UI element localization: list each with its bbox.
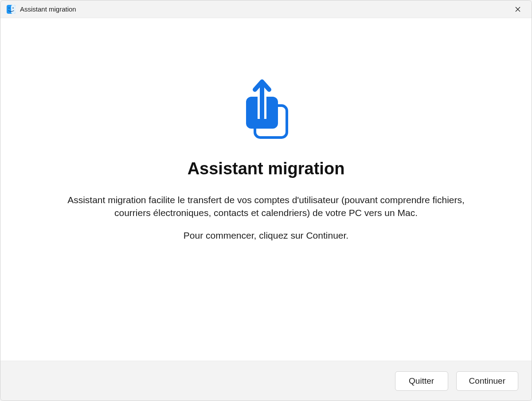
svg-point-3 bbox=[12, 7, 13, 8]
upload-migration-icon bbox=[239, 76, 293, 147]
svg-rect-1 bbox=[11, 5, 16, 14]
continue-button[interactable]: Continuer bbox=[456, 371, 518, 391]
titlebar: Assistant migration bbox=[0, 0, 532, 18]
content-area: Assistant migration Assistant migration … bbox=[0, 18, 532, 361]
close-icon bbox=[515, 7, 520, 12]
page-heading: Assistant migration bbox=[188, 159, 345, 178]
close-button[interactable] bbox=[508, 0, 528, 18]
quit-button[interactable]: Quitter bbox=[395, 371, 448, 391]
finder-face-icon bbox=[7, 5, 16, 14]
instruction-text: Pour commencer, cliquez sur Continuer. bbox=[184, 230, 348, 241]
migration-assistant-window: Assistant migration Assi bbox=[0, 0, 532, 401]
footer-bar: Quitter Continuer bbox=[0, 361, 532, 401]
description-text: Assistant migration facilite le transfer… bbox=[66, 193, 466, 220]
window-title: Assistant migration bbox=[20, 5, 508, 13]
svg-point-2 bbox=[8, 7, 9, 8]
